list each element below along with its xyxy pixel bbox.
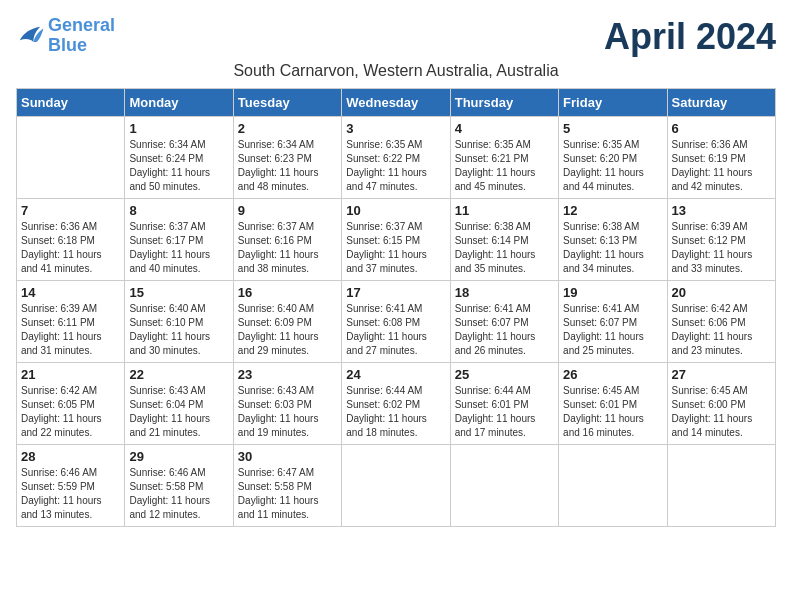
table-row: 11Sunrise: 6:38 AM Sunset: 6:14 PM Dayli… <box>450 199 558 281</box>
table-row: 18Sunrise: 6:41 AM Sunset: 6:07 PM Dayli… <box>450 281 558 363</box>
table-row: 29Sunrise: 6:46 AM Sunset: 5:58 PM Dayli… <box>125 445 233 527</box>
day-number: 16 <box>238 285 337 300</box>
table-row: 1Sunrise: 6:34 AM Sunset: 6:24 PM Daylig… <box>125 117 233 199</box>
table-row: 22Sunrise: 6:43 AM Sunset: 6:04 PM Dayli… <box>125 363 233 445</box>
logo-line1: General <box>48 15 115 35</box>
day-number: 4 <box>455 121 554 136</box>
subtitle: South Carnarvon, Western Australia, Aust… <box>16 62 776 80</box>
day-number: 12 <box>563 203 662 218</box>
calendar-week-row: 21Sunrise: 6:42 AM Sunset: 6:05 PM Dayli… <box>17 363 776 445</box>
day-number: 13 <box>672 203 771 218</box>
day-info: Sunrise: 6:41 AM Sunset: 6:08 PM Dayligh… <box>346 302 445 358</box>
day-info: Sunrise: 6:37 AM Sunset: 6:15 PM Dayligh… <box>346 220 445 276</box>
table-row: 26Sunrise: 6:45 AM Sunset: 6:01 PM Dayli… <box>559 363 667 445</box>
table-row: 6Sunrise: 6:36 AM Sunset: 6:19 PM Daylig… <box>667 117 775 199</box>
table-row: 8Sunrise: 6:37 AM Sunset: 6:17 PM Daylig… <box>125 199 233 281</box>
day-number: 1 <box>129 121 228 136</box>
day-number: 14 <box>21 285 120 300</box>
table-row: 20Sunrise: 6:42 AM Sunset: 6:06 PM Dayli… <box>667 281 775 363</box>
calendar-week-row: 7Sunrise: 6:36 AM Sunset: 6:18 PM Daylig… <box>17 199 776 281</box>
day-number: 26 <box>563 367 662 382</box>
day-info: Sunrise: 6:46 AM Sunset: 5:58 PM Dayligh… <box>129 466 228 522</box>
day-info: Sunrise: 6:44 AM Sunset: 6:02 PM Dayligh… <box>346 384 445 440</box>
table-row: 4Sunrise: 6:35 AM Sunset: 6:21 PM Daylig… <box>450 117 558 199</box>
day-number: 6 <box>672 121 771 136</box>
day-number: 17 <box>346 285 445 300</box>
day-number: 24 <box>346 367 445 382</box>
col-tuesday: Tuesday <box>233 89 341 117</box>
col-sunday: Sunday <box>17 89 125 117</box>
table-row: 7Sunrise: 6:36 AM Sunset: 6:18 PM Daylig… <box>17 199 125 281</box>
table-row: 30Sunrise: 6:47 AM Sunset: 5:58 PM Dayli… <box>233 445 341 527</box>
day-info: Sunrise: 6:42 AM Sunset: 6:05 PM Dayligh… <box>21 384 120 440</box>
logo-bird-icon <box>16 25 44 47</box>
day-number: 3 <box>346 121 445 136</box>
day-info: Sunrise: 6:34 AM Sunset: 6:24 PM Dayligh… <box>129 138 228 194</box>
table-row <box>17 117 125 199</box>
table-row <box>450 445 558 527</box>
day-number: 11 <box>455 203 554 218</box>
calendar-week-row: 28Sunrise: 6:46 AM Sunset: 5:59 PM Dayli… <box>17 445 776 527</box>
day-number: 19 <box>563 285 662 300</box>
calendar-week-row: 1Sunrise: 6:34 AM Sunset: 6:24 PM Daylig… <box>17 117 776 199</box>
day-info: Sunrise: 6:34 AM Sunset: 6:23 PM Dayligh… <box>238 138 337 194</box>
day-number: 28 <box>21 449 120 464</box>
col-wednesday: Wednesday <box>342 89 450 117</box>
table-row: 15Sunrise: 6:40 AM Sunset: 6:10 PM Dayli… <box>125 281 233 363</box>
day-number: 8 <box>129 203 228 218</box>
day-number: 15 <box>129 285 228 300</box>
day-info: Sunrise: 6:38 AM Sunset: 6:13 PM Dayligh… <box>563 220 662 276</box>
col-thursday: Thursday <box>450 89 558 117</box>
table-row: 21Sunrise: 6:42 AM Sunset: 6:05 PM Dayli… <box>17 363 125 445</box>
day-number: 22 <box>129 367 228 382</box>
day-number: 27 <box>672 367 771 382</box>
logo-line2: Blue <box>48 35 87 55</box>
day-info: Sunrise: 6:40 AM Sunset: 6:10 PM Dayligh… <box>129 302 228 358</box>
day-number: 2 <box>238 121 337 136</box>
day-info: Sunrise: 6:39 AM Sunset: 6:12 PM Dayligh… <box>672 220 771 276</box>
col-friday: Friday <box>559 89 667 117</box>
calendar-week-row: 14Sunrise: 6:39 AM Sunset: 6:11 PM Dayli… <box>17 281 776 363</box>
table-row: 13Sunrise: 6:39 AM Sunset: 6:12 PM Dayli… <box>667 199 775 281</box>
table-row: 23Sunrise: 6:43 AM Sunset: 6:03 PM Dayli… <box>233 363 341 445</box>
day-info: Sunrise: 6:42 AM Sunset: 6:06 PM Dayligh… <box>672 302 771 358</box>
table-row: 9Sunrise: 6:37 AM Sunset: 6:16 PM Daylig… <box>233 199 341 281</box>
table-row <box>342 445 450 527</box>
day-info: Sunrise: 6:45 AM Sunset: 6:01 PM Dayligh… <box>563 384 662 440</box>
col-saturday: Saturday <box>667 89 775 117</box>
logo-text: General Blue <box>48 16 115 56</box>
col-monday: Monday <box>125 89 233 117</box>
day-number: 20 <box>672 285 771 300</box>
day-info: Sunrise: 6:38 AM Sunset: 6:14 PM Dayligh… <box>455 220 554 276</box>
day-info: Sunrise: 6:44 AM Sunset: 6:01 PM Dayligh… <box>455 384 554 440</box>
day-info: Sunrise: 6:46 AM Sunset: 5:59 PM Dayligh… <box>21 466 120 522</box>
table-row: 25Sunrise: 6:44 AM Sunset: 6:01 PM Dayli… <box>450 363 558 445</box>
logo: General Blue <box>16 16 115 56</box>
day-info: Sunrise: 6:43 AM Sunset: 6:04 PM Dayligh… <box>129 384 228 440</box>
day-info: Sunrise: 6:40 AM Sunset: 6:09 PM Dayligh… <box>238 302 337 358</box>
table-row: 17Sunrise: 6:41 AM Sunset: 6:08 PM Dayli… <box>342 281 450 363</box>
table-row: 27Sunrise: 6:45 AM Sunset: 6:00 PM Dayli… <box>667 363 775 445</box>
day-info: Sunrise: 6:43 AM Sunset: 6:03 PM Dayligh… <box>238 384 337 440</box>
day-info: Sunrise: 6:36 AM Sunset: 6:19 PM Dayligh… <box>672 138 771 194</box>
day-number: 5 <box>563 121 662 136</box>
table-row: 16Sunrise: 6:40 AM Sunset: 6:09 PM Dayli… <box>233 281 341 363</box>
table-row: 14Sunrise: 6:39 AM Sunset: 6:11 PM Dayli… <box>17 281 125 363</box>
day-number: 18 <box>455 285 554 300</box>
day-info: Sunrise: 6:41 AM Sunset: 6:07 PM Dayligh… <box>563 302 662 358</box>
table-row: 28Sunrise: 6:46 AM Sunset: 5:59 PM Dayli… <box>17 445 125 527</box>
table-row: 24Sunrise: 6:44 AM Sunset: 6:02 PM Dayli… <box>342 363 450 445</box>
day-info: Sunrise: 6:37 AM Sunset: 6:17 PM Dayligh… <box>129 220 228 276</box>
day-number: 10 <box>346 203 445 218</box>
day-info: Sunrise: 6:37 AM Sunset: 6:16 PM Dayligh… <box>238 220 337 276</box>
table-row: 2Sunrise: 6:34 AM Sunset: 6:23 PM Daylig… <box>233 117 341 199</box>
day-number: 23 <box>238 367 337 382</box>
day-number: 7 <box>21 203 120 218</box>
day-number: 29 <box>129 449 228 464</box>
day-info: Sunrise: 6:39 AM Sunset: 6:11 PM Dayligh… <box>21 302 120 358</box>
month-title: April 2024 <box>604 16 776 58</box>
day-info: Sunrise: 6:35 AM Sunset: 6:20 PM Dayligh… <box>563 138 662 194</box>
table-row: 3Sunrise: 6:35 AM Sunset: 6:22 PM Daylig… <box>342 117 450 199</box>
day-info: Sunrise: 6:41 AM Sunset: 6:07 PM Dayligh… <box>455 302 554 358</box>
day-number: 30 <box>238 449 337 464</box>
